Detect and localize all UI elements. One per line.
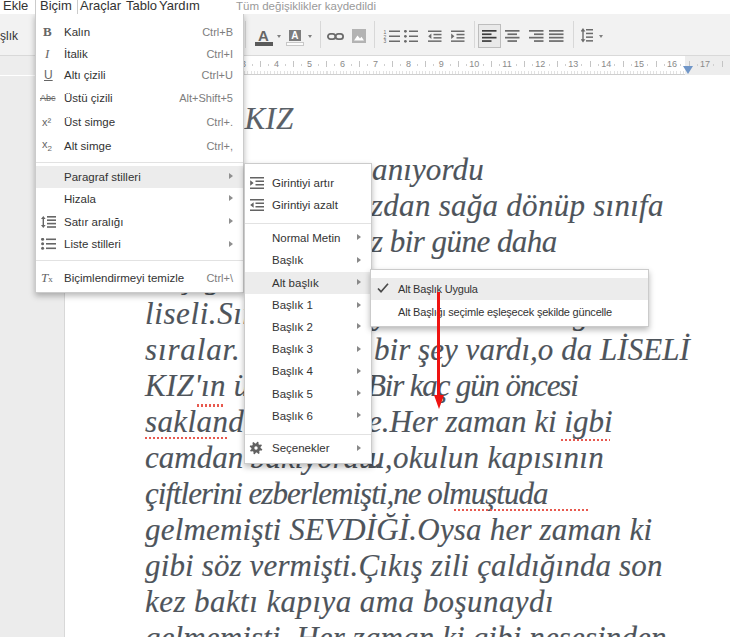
svg-text:3: 3 — [384, 38, 387, 43]
